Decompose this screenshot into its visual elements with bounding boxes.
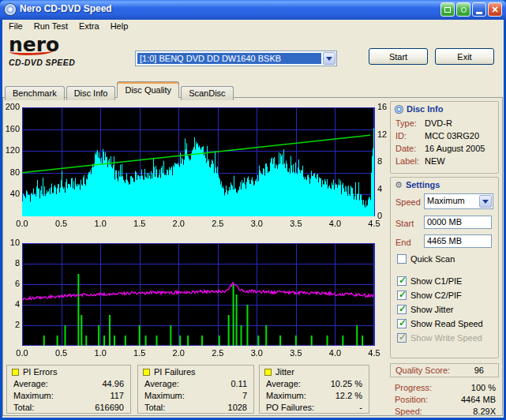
checkbox-icon bbox=[397, 254, 407, 264]
window-glyph-icon bbox=[444, 7, 451, 13]
disc-date-value: 16 August 2005 bbox=[425, 144, 485, 153]
checkbox-icon bbox=[397, 319, 407, 328]
client-area: FileRun TestExtraHelp nero CD-DVD SPEED … bbox=[2, 20, 504, 418]
settings-panel: ⚙Settings Speed Maximum Start 0000 MB En… bbox=[390, 177, 499, 358]
titlebar-extra-button-1[interactable] bbox=[440, 2, 455, 17]
tab-disc-quality[interactable]: Disc Quality bbox=[117, 81, 179, 98]
stat-value: - bbox=[359, 402, 362, 414]
disc-info-panel: Disc Info Type:DVD-R ID:MCC 03RG20 Date:… bbox=[390, 101, 499, 174]
speed-readout-label: Speed: bbox=[395, 406, 422, 418]
jitter-stats: Jitter Average:10.25 % Maximum:12.2 % PO… bbox=[259, 365, 369, 414]
quality-score-box: Quality Score: 96 bbox=[390, 363, 499, 377]
app-window: Nero CD-DVD Speed ✕ FileRun TestExtraHel… bbox=[0, 0, 506, 420]
disc-label-value: NEW bbox=[425, 156, 445, 166]
menu-run-test[interactable]: Run Test bbox=[28, 20, 73, 32]
quality-score-value: 96 bbox=[474, 366, 484, 375]
pi-failures-swatch-icon bbox=[143, 369, 150, 376]
stat-value: 117 bbox=[110, 390, 124, 402]
stat-label: Total: bbox=[144, 402, 165, 414]
checkbox-icon bbox=[397, 291, 407, 300]
disc-label-label: Label: bbox=[395, 156, 425, 167]
speed-select-dropdown-button[interactable] bbox=[479, 195, 492, 208]
speed-select[interactable]: Maximum bbox=[424, 193, 493, 209]
stat-value: 1028 bbox=[228, 402, 247, 414]
stat-label: Total: bbox=[13, 402, 34, 414]
pi-failures-title: PI Failures bbox=[154, 366, 196, 378]
app-icon bbox=[4, 3, 17, 16]
checkbox-icon bbox=[397, 276, 407, 286]
titlebar-buttons: ✕ bbox=[440, 2, 502, 17]
disc-info-title: Disc Info bbox=[407, 104, 443, 114]
show-write-speed-checkbox: Show Write Speed bbox=[397, 332, 482, 343]
disc-id-label: ID: bbox=[395, 130, 425, 141]
tab-disc-info[interactable]: Disc Info bbox=[66, 86, 116, 100]
tab-scandisc[interactable]: ScanDisc bbox=[181, 86, 233, 100]
chevron-down-icon bbox=[326, 57, 332, 64]
stat-value: 44.96 bbox=[102, 378, 124, 390]
speed-select-value: Maximum bbox=[427, 196, 465, 205]
speed-readout-value: 8.29X bbox=[473, 406, 496, 418]
show-jitter-checkbox[interactable]: Show Jitter bbox=[397, 304, 453, 315]
pi-errors-stats: PI Errors Average:44.96 Maximum:117 Tota… bbox=[6, 365, 131, 414]
exit-button[interactable]: Exit bbox=[435, 48, 494, 65]
tab-benchmark[interactable]: Benchmark bbox=[5, 86, 65, 100]
stat-label: PO Failures: bbox=[266, 402, 314, 414]
show-c2-pif-checkbox[interactable]: Show C2/PIF bbox=[397, 290, 462, 301]
jitter-title: Jitter bbox=[275, 366, 294, 378]
header: nero CD-DVD SPEED [1:0] BENQ DVD DD DW16… bbox=[2, 34, 504, 81]
disc-type-value: DVD-R bbox=[425, 118, 452, 128]
start-mb-field[interactable]: 0000 MB bbox=[424, 216, 492, 229]
quality-score-label: Quality Score: bbox=[395, 366, 450, 375]
position-label: Position: bbox=[395, 394, 428, 406]
stat-label: Average: bbox=[266, 378, 301, 390]
disc-id-value: MCC 03RG20 bbox=[425, 131, 479, 141]
menubar: FileRun TestExtraHelp bbox=[2, 20, 504, 34]
quick-scan-checkbox[interactable]: Quick Scan bbox=[397, 253, 455, 264]
end-mb-field[interactable]: 4465 MB bbox=[424, 234, 492, 248]
titlebar-extra-button-2[interactable] bbox=[456, 2, 470, 17]
stat-value: 7 bbox=[242, 390, 247, 402]
pi-errors-title: PI Errors bbox=[23, 366, 57, 378]
pi-errors-swatch-icon bbox=[12, 369, 19, 376]
disc-glyph-icon bbox=[461, 7, 467, 13]
disc-date-label: Date: bbox=[395, 143, 425, 154]
menu-help[interactable]: Help bbox=[105, 20, 134, 32]
gear-icon: ⚙ bbox=[395, 181, 403, 189]
stat-label: Maximum: bbox=[13, 390, 54, 402]
drive-selector-dropdown-button[interactable] bbox=[323, 52, 335, 65]
logo-brand: nero bbox=[9, 36, 75, 54]
chevron-down-icon bbox=[482, 200, 489, 207]
menu-extra[interactable]: Extra bbox=[73, 20, 105, 32]
stat-label: Average: bbox=[144, 378, 179, 390]
nero-logo: nero CD-DVD SPEED bbox=[9, 36, 75, 67]
settings-title: Settings bbox=[406, 180, 440, 189]
window-title: Nero CD-DVD Speed bbox=[20, 3, 112, 14]
jitter-swatch-icon bbox=[264, 369, 272, 376]
show-c1-pie-checkbox[interactable]: Show C1/PIE bbox=[397, 276, 462, 287]
menu-file[interactable]: File bbox=[3, 20, 28, 32]
stat-value: 0.11 bbox=[231, 378, 247, 390]
progress-value: 100 % bbox=[471, 382, 496, 394]
stat-label: Maximum: bbox=[266, 390, 306, 402]
stat-value: 616690 bbox=[95, 402, 124, 414]
close-button[interactable]: ✕ bbox=[488, 2, 502, 17]
titlebar: Nero CD-DVD Speed ✕ bbox=[0, 0, 506, 20]
checkbox-icon bbox=[397, 305, 407, 314]
show-read-speed-checkbox[interactable]: Show Read Speed bbox=[397, 318, 483, 329]
logo-product: CD-DVD SPEED bbox=[9, 58, 75, 67]
pi-failures-stats: PI Failures Average:0.11 Maximum:7 Total… bbox=[137, 365, 254, 414]
start-button[interactable]: Start bbox=[369, 48, 428, 65]
drive-selector-value: [1:0] BENQ DVD DD DW1640 BSKB bbox=[137, 53, 321, 64]
disc-icon bbox=[395, 105, 403, 114]
minimize-button[interactable] bbox=[472, 2, 486, 17]
stat-label: Maximum: bbox=[144, 390, 185, 402]
stat-value: 12.2 % bbox=[335, 390, 362, 402]
stat-value: 10.25 % bbox=[331, 378, 362, 390]
checkbox-icon bbox=[397, 333, 407, 343]
speed-label: Speed bbox=[395, 197, 421, 207]
drive-selector[interactable]: [1:0] BENQ DVD DD DW1640 BSKB bbox=[135, 51, 337, 66]
progress-panel: Progress:100 % Position:4464 MB Speed:8.… bbox=[390, 382, 499, 418]
disc-quality-page: Disc Info Type:DVD-R ID:MCC 03RG20 Date:… bbox=[2, 97, 503, 416]
minimize-icon bbox=[476, 12, 482, 14]
position-value: 4464 MB bbox=[461, 394, 496, 406]
